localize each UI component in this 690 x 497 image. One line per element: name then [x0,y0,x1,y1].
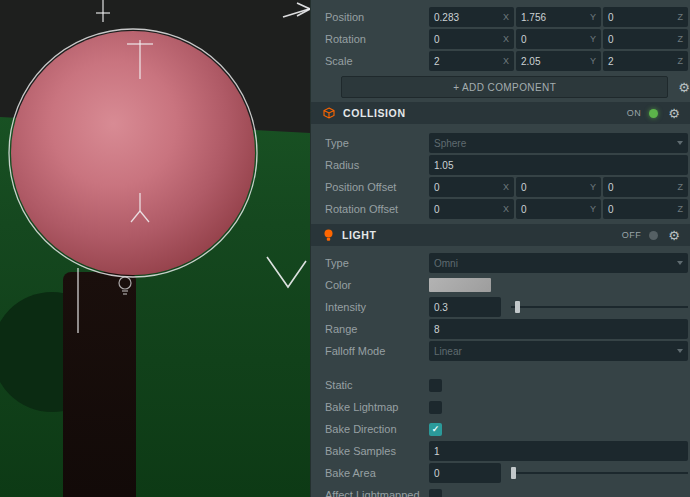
light-type-row: Type Omni [311,252,690,274]
light-falloff-row: Falloff Mode Linear [311,340,690,362]
rotation-y-field[interactable]: 0 Y [516,29,601,49]
collision-radius-row: Radius 1.05 [311,154,690,176]
axis-z-label: Z [674,204,684,214]
slider-track [511,472,688,474]
light-range-field[interactable]: 8 [429,319,688,339]
bake-area-row: Bake Area 0 [311,462,690,484]
camera-axis-arrows[interactable] [267,3,310,287]
bake-lightmap-label: Bake Lightmap [325,401,429,413]
editor-window: Position 0.283 X 1.756 Y 0 Z Rotation [0,0,690,497]
collision-radius-value: 1.05 [434,160,453,171]
position-offset-x-value: 0 [434,182,440,193]
light-type-value: Omni [434,258,458,269]
check-icon: ✓ [432,425,440,434]
bake-direction-checkbox[interactable]: ✓ [429,423,442,436]
position-z-field[interactable]: 0 Z [603,7,688,27]
affect-lightmapped-row: Affect Lightmapped ✓ [311,484,690,497]
rotation-z-field[interactable]: 0 Z [603,29,688,49]
collision-panel-title: COLLISION [343,107,406,119]
light-intensity-slider[interactable] [511,297,688,317]
position-y-value: 1.756 [521,12,546,23]
position-row: Position 0.283 X 1.756 Y 0 Z [311,6,690,28]
light-intensity-row: Intensity 0.3 [311,296,690,318]
axis-z-label: Z [674,34,684,44]
collision-type-select[interactable]: Sphere [429,133,688,153]
bake-area-slider[interactable] [511,463,688,483]
collision-radius-field[interactable]: 1.05 [429,155,688,175]
axis-x-label: X [499,12,509,22]
position-y-field[interactable]: 1.756 Y [516,7,601,27]
bake-area-field[interactable]: 0 [429,463,501,483]
rotation-offset-z-field[interactable]: 0 Z [603,199,688,219]
affect-lightmapped-checkbox[interactable]: ✓ [429,489,442,497]
scale-y-field[interactable]: 2.05 Y [516,51,601,71]
rotation-offset-y-value: 0 [521,204,527,215]
position-z-value: 0 [608,12,614,23]
collision-sphere-outline [9,29,257,277]
position-x-value: 0.283 [434,12,459,23]
light-color-row: Color [311,274,690,296]
light-bulb-icon [323,229,334,242]
rotation-offset-z-value: 0 [608,204,614,215]
rotation-offset-y-field[interactable]: 0 Y [516,199,601,219]
position-offset-x-field[interactable]: 0 X [429,177,514,197]
position-offset-z-field[interactable]: 0 Z [603,177,688,197]
scene-viewport[interactable] [0,0,310,497]
position-offset-row: Position Offset 0 X 0 Y 0 Z [311,176,690,198]
slider-handle[interactable] [515,301,520,313]
light-panel-header[interactable]: LIGHT OFF ⚙ [311,224,690,246]
scale-label: Scale [325,55,429,67]
bake-samples-value: 1 [434,446,440,457]
light-type-label: Type [325,257,429,269]
axis-x-label: X [499,182,509,192]
scale-y-value: 2.05 [521,56,540,67]
bake-lightmap-checkbox[interactable]: ✓ [429,401,442,414]
light-bulb-gizmo-icon[interactable] [119,277,131,294]
axis-y-label: Y [586,204,596,214]
axis-z-label: Z [674,12,684,22]
bake-area-label: Bake Area [325,467,429,479]
light-range-value: 8 [434,324,440,335]
rotation-offset-x-value: 0 [434,204,440,215]
scale-z-value: 2 [608,56,614,67]
collision-enabled-toggle[interactable] [649,109,658,118]
slider-handle[interactable] [511,467,516,479]
light-color-swatch[interactable] [429,278,491,292]
light-state-label: OFF [622,230,642,240]
add-component-button[interactable]: + ADD COMPONENT [341,76,668,98]
scale-x-field[interactable]: 2 X [429,51,514,71]
gear-icon[interactable]: ⚙ [668,107,680,120]
light-static-checkbox[interactable]: ✓ [429,379,442,392]
collision-type-row: Type Sphere [311,132,690,154]
add-component-row: + ADD COMPONENT ⚙ [311,76,690,98]
light-enabled-toggle[interactable] [649,231,658,240]
light-color-label: Color [325,279,429,291]
gear-icon[interactable]: ⚙ [668,229,680,242]
axis-y-label: Y [586,12,596,22]
rotation-x-value: 0 [434,34,440,45]
light-falloff-select[interactable]: Linear [429,341,688,361]
rotation-offset-x-field[interactable]: 0 X [429,199,514,219]
rotation-z-value: 0 [608,34,614,45]
light-type-select[interactable]: Omni [429,253,688,273]
bake-samples-field[interactable]: 1 [429,441,688,461]
bake-samples-label: Bake Samples [325,445,429,457]
bake-lightmap-row: Bake Lightmap ✓ [311,396,690,418]
light-intensity-field[interactable]: 0.3 [429,297,501,317]
rotation-x-field[interactable]: 0 X [429,29,514,49]
chevron-down-icon [677,349,683,353]
scale-z-field[interactable]: 2 Z [603,51,688,71]
translate-gizmo-axis[interactable] [78,0,153,333]
rotation-label: Rotation [325,33,429,45]
light-intensity-value: 0.3 [434,302,448,313]
gear-icon[interactable]: ⚙ [678,81,690,94]
axis-y-label: Y [586,182,596,192]
bake-direction-row: Bake Direction ✓ [311,418,690,440]
entity-inspector: Position 0.283 X 1.756 Y 0 Z Rotation [310,0,690,497]
position-x-field[interactable]: 0.283 X [429,7,514,27]
position-label: Position [325,11,429,23]
position-offset-y-field[interactable]: 0 Y [516,177,601,197]
light-intensity-label: Intensity [325,301,429,313]
collision-panel-header[interactable]: COLLISION ON ⚙ [311,102,690,124]
scale-row: Scale 2 X 2.05 Y 2 Z [311,50,690,72]
